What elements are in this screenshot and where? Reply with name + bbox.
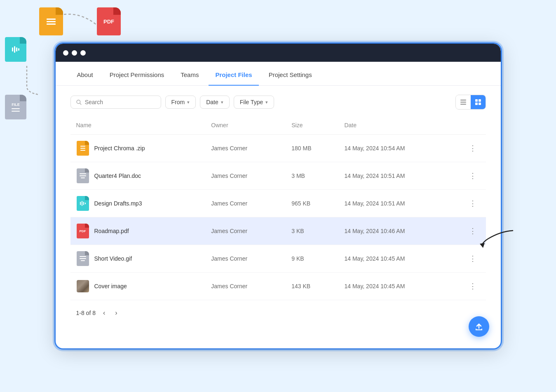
toolbar: From ▾ Date ▾ File Type ▾ <box>70 95 486 110</box>
svg-rect-16 <box>83 202 84 205</box>
nav-tabs: About Project Permissions Teams Project … <box>56 62 501 86</box>
file-date: 14 May, 2024 10:54 AM <box>338 135 460 162</box>
search-icon <box>76 99 82 105</box>
svg-rect-11 <box>479 99 481 102</box>
file-owner: James Corner <box>205 190 286 217</box>
col-owner: Owner <box>205 119 286 135</box>
col-date: Date <box>338 119 460 135</box>
file-name-cell: Cover image <box>76 278 200 294</box>
tab-teams[interactable]: Teams <box>174 64 205 86</box>
file-name: Short Video.gif <box>94 255 132 262</box>
arrow-indicator <box>480 218 517 251</box>
file-size: 143 KB <box>286 273 338 300</box>
next-page-button[interactable]: › <box>113 308 120 317</box>
more-options-button[interactable]: ⋮ <box>466 252 480 265</box>
svg-line-6 <box>80 103 81 105</box>
file-owner: James Corner <box>205 273 286 300</box>
file-owner: James Corner <box>205 135 286 162</box>
svg-rect-12 <box>475 103 478 105</box>
tab-project-files[interactable]: Project Files <box>209 64 258 86</box>
file-owner: James Corner <box>205 217 286 245</box>
svg-rect-2 <box>16 47 17 51</box>
col-name: Name <box>70 119 206 135</box>
file-name-cell: Quarter4 Plan.doc <box>76 168 200 184</box>
table-row[interactable]: Quarter4 Plan.docJames Corner3 MB14 May,… <box>70 162 486 190</box>
pagination: 1-8 of 8 ‹ › <box>70 300 486 317</box>
floating-pdf-icon: PDF <box>97 7 121 35</box>
pdf-float-label: PDF <box>103 19 114 25</box>
more-options-button[interactable]: ⋮ <box>466 280 480 292</box>
traffic-lights <box>63 50 86 56</box>
list-view-button[interactable] <box>456 95 471 109</box>
floating-zip-icon <box>39 7 63 35</box>
more-options-button[interactable]: ⋮ <box>466 170 480 182</box>
file-size: 3 KB <box>286 217 338 245</box>
tab-project-settings[interactable]: Project Settings <box>262 64 319 86</box>
traffic-dot-minimize <box>72 50 77 56</box>
file-size: 180 MB <box>286 135 338 162</box>
more-options-button[interactable]: ⋮ <box>466 142 480 154</box>
svg-marker-4 <box>480 243 485 248</box>
file-name: Roadmap.pdf <box>94 228 129 234</box>
floating-file-icon: FILE <box>5 95 26 119</box>
table-row[interactable]: Design Drafts.mp3James Corner965 KB14 Ma… <box>70 190 486 217</box>
upload-button[interactable] <box>469 316 489 337</box>
file-date: 14 May, 2024 10:46 AM <box>338 217 460 245</box>
svg-rect-14 <box>80 202 81 205</box>
svg-rect-13 <box>479 103 481 105</box>
file-size: 3 MB <box>286 162 338 190</box>
more-options-button[interactable]: ⋮ <box>466 197 480 210</box>
from-filter-button[interactable]: From ▾ <box>165 96 196 109</box>
svg-rect-8 <box>460 102 466 103</box>
traffic-dot-maximize <box>80 50 86 56</box>
file-name-cell: Design Drafts.mp3 <box>76 196 200 211</box>
tab-project-permissions[interactable]: Project Permissions <box>103 64 171 86</box>
file-name-cell: Short Video.gif <box>76 251 200 266</box>
filetype-chevron-icon: ▾ <box>265 100 268 105</box>
filetype-filter-label: File Type <box>240 99 263 105</box>
svg-rect-1 <box>14 46 15 53</box>
content-area: From ▾ Date ▾ File Type ▾ <box>56 86 501 329</box>
date-chevron-icon: ▾ <box>221 100 223 105</box>
filetype-filter-button[interactable]: File Type ▾ <box>234 96 274 109</box>
svg-rect-17 <box>85 203 86 204</box>
prev-page-button[interactable]: ‹ <box>101 308 108 317</box>
svg-rect-15 <box>82 201 82 206</box>
date-filter-button[interactable]: Date ▾ <box>200 96 230 109</box>
from-filter-label: From <box>171 99 185 105</box>
file-date: 14 May, 2024 10:45 AM <box>338 245 460 273</box>
more-options-button[interactable]: ⋮ <box>466 225 480 237</box>
file-name: Quarter4 Plan.doc <box>94 173 141 179</box>
grid-view-icon <box>475 99 481 105</box>
table-row[interactable]: Short Video.gifJames Corner9 KB14 May, 2… <box>70 245 486 273</box>
file-name: Cover image <box>94 283 127 289</box>
file-date: 14 May, 2024 10:51 AM <box>338 190 460 217</box>
file-name: Design Drafts.mp3 <box>94 200 142 207</box>
upload-icon <box>474 322 483 331</box>
svg-rect-0 <box>12 47 13 51</box>
from-chevron-icon: ▾ <box>187 100 190 105</box>
file-table: Name Owner Size Date Project Chroma .zip… <box>70 119 486 300</box>
search-input[interactable] <box>85 99 156 105</box>
date-filter-label: Date <box>206 99 218 105</box>
view-toggle <box>455 95 486 110</box>
search-box[interactable] <box>70 96 161 109</box>
svg-rect-7 <box>460 100 466 100</box>
titlebar <box>56 44 501 62</box>
file-date: 14 May, 2024 10:45 AM <box>338 273 460 300</box>
pagination-label: 1-8 of 8 <box>76 310 96 316</box>
col-actions <box>460 119 486 135</box>
svg-rect-9 <box>460 104 466 105</box>
svg-rect-10 <box>475 99 478 102</box>
main-window: About Project Permissions Teams Project … <box>56 44 501 348</box>
table-row[interactable]: PDFRoadmap.pdfJames Corner3 KB14 May, 20… <box>70 217 486 245</box>
table-row[interactable]: Project Chroma .zipJames Corner180 MB14 … <box>70 135 486 162</box>
file-float-label: FILE <box>12 103 20 107</box>
dashed-line-audio <box>23 64 47 101</box>
svg-rect-3 <box>18 48 19 51</box>
tab-about[interactable]: About <box>70 64 100 86</box>
table-row[interactable]: Cover imageJames Corner143 KB14 May, 202… <box>70 273 486 300</box>
list-view-icon <box>460 99 467 105</box>
grid-view-button[interactable] <box>471 95 486 109</box>
file-size: 9 KB <box>286 245 338 273</box>
